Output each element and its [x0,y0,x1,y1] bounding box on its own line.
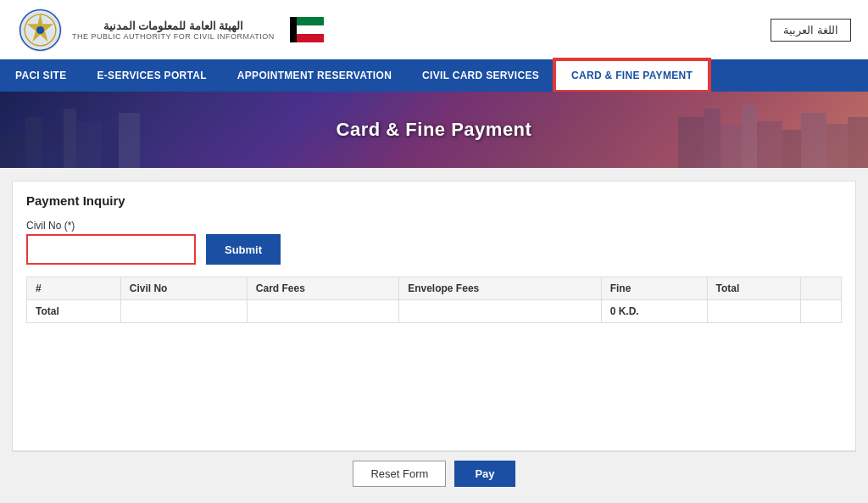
table-body: Total 0 K.D. [27,300,842,323]
svg-rect-10 [25,117,42,168]
col-card-fees: Card Fees [247,277,398,300]
svg-rect-20 [757,121,782,168]
nav-paci-site[interactable]: PACI SITE [0,59,82,92]
language-button[interactable]: اللغة العربية [771,19,851,42]
paci-emblem [17,7,64,53]
total-empty [801,300,842,323]
svg-rect-17 [704,109,721,168]
nav-civil-card-services[interactable]: CIVIL CARD SERVICES [407,59,554,92]
results-table: # Civil No Card Fees Envelope Fees Fine … [26,277,842,323]
content-area: Payment Inquiry Civil No (*) Submit # Ci… [0,168,868,503]
svg-rect-15 [119,113,140,168]
col-civil-no: Civil No [120,277,247,300]
civil-no-field-group: Civil No (*) [26,220,196,265]
nav-e-services-portal[interactable]: E-SERVICES PORTAL [82,59,222,92]
nav-card-fine-payment[interactable]: CARD & FINE PAYMENT [554,59,709,92]
svg-point-4 [36,25,44,33]
total-card-fees [247,300,398,323]
total-civil-no [120,300,247,323]
svg-rect-19 [742,104,757,168]
hero-banner: Card & Fine Payment [0,92,868,168]
nav-appointment-reservation[interactable]: APPOINTMENT RESERVATION [222,59,407,92]
svg-rect-11 [42,126,64,168]
svg-rect-18 [721,126,742,168]
form-row: Civil No (*) Submit [26,220,842,265]
col-fine: Fine [601,277,707,300]
navbar: PACI SITE E-SERVICES PORTAL APPOINTMENT … [0,59,868,92]
svg-rect-5 [297,17,324,25]
col-total: Total [707,277,801,300]
logo-container: الهيئة العامة للمعلومات المدنية THE PUBL… [17,7,324,53]
svg-rect-12 [64,109,76,168]
civil-no-input[interactable] [26,234,196,265]
civil-no-label: Civil No (*) [26,220,196,232]
svg-rect-22 [801,113,826,168]
col-hash: # [27,277,121,300]
svg-rect-9 [0,134,25,168]
svg-rect-21 [782,130,801,168]
org-english: THE PUBLIC AUTHORITY FOR CIVIL INFORMATI… [72,32,275,41]
form-card: Payment Inquiry Civil No (*) Submit # Ci… [12,181,856,451]
svg-rect-6 [297,25,324,34]
svg-marker-8 [290,17,297,42]
svg-rect-14 [102,130,119,168]
col-envelope-fees: Envelope Fees [399,277,601,300]
org-arabic: الهيئة العامة للمعلومات المدنية [103,20,244,32]
reset-form-button[interactable]: Reset Form [353,461,446,487]
table-total-row: Total 0 K.D. [27,300,842,323]
table-header-row: # Civil No Card Fees Envelope Fees Fine … [27,277,842,300]
kuwait-flag [290,17,324,42]
col-empty [801,277,842,300]
svg-rect-24 [848,117,868,168]
hero-title: Card & Fine Payment [337,119,532,141]
total-total [707,300,801,323]
header: الهيئة العامة للمعلومات المدنية THE PUBL… [0,0,868,59]
logo-text: الهيئة العامة للمعلومات المدنية THE PUBL… [72,20,275,41]
submit-button[interactable]: Submit [206,234,281,265]
total-label: Total [27,300,121,323]
section-title: Payment Inquiry [26,193,842,208]
pay-button[interactable]: Pay [454,461,515,487]
svg-rect-23 [826,124,848,168]
bottom-bar: Reset Form Pay [12,451,856,490]
total-envelope-fees [399,300,601,323]
total-fine: 0 K.D. [601,300,707,323]
svg-rect-7 [297,34,324,42]
svg-rect-16 [678,117,704,168]
table-header: # Civil No Card Fees Envelope Fees Fine … [27,277,842,300]
svg-rect-13 [76,121,102,168]
